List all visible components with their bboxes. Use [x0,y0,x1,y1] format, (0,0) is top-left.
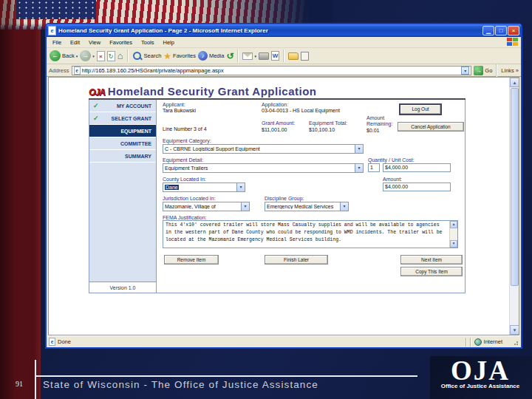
remove-item-button[interactable]: Remove Item [164,255,219,265]
hsga-app: OJA Homeland Security Grant Application … [89,85,466,293]
menu-help[interactable]: Help [159,39,179,46]
menu-file[interactable]: File [48,39,66,46]
mail-button[interactable]: ▾ [242,52,256,60]
log-out-button[interactable]: Log Out [399,103,442,115]
nav-item-equipment[interactable]: EQUIPMENT [89,125,156,137]
back-label: Back [62,52,75,59]
chevron-down-icon[interactable]: ▾ [355,145,363,153]
check-icon: ✓ [93,100,99,112]
page-content: OJA Homeland Security Grant Application … [48,77,519,335]
quantity-input[interactable]: 1 [368,163,380,172]
nav-item-committee[interactable]: COMMITTEE [89,137,156,150]
amount-remaining-label-2: Remaining: [366,121,392,126]
go-button[interactable]: → Go [474,66,492,75]
edit-with-word-icon[interactable]: W [271,51,279,61]
windows-logo-icon [507,38,519,47]
go-label: Go [485,67,492,74]
messenger-folder-icon[interactable] [288,52,299,60]
applicant-label: Applicant: [163,102,185,107]
favorites-star-icon: ★ [163,51,171,61]
menu-edit[interactable]: Edit [66,39,84,46]
equipment-detail-label: Equipment Detail: [163,157,203,163]
oja-logo: OJA Office of Justice Assistance [432,358,529,389]
nav-label: MY ACCOUNT [117,103,151,109]
slide-left-strip [0,0,41,399]
status-pane-separator [466,338,467,347]
nav-item-summary[interactable]: SUMMARY [89,150,156,163]
history-icon[interactable]: ↺ [226,51,233,61]
equipment-detail-select[interactable]: Equipment Trailers ▾ [163,163,364,173]
media-button[interactable]: ♪ Media [198,51,224,61]
search-button[interactable]: Search [132,51,162,61]
fema-justification-textarea[interactable]: This 4'x10' covered trailer will store M… [163,220,458,248]
cancel-application-button[interactable]: Cancel Application [398,122,464,132]
favorites-button[interactable]: ★ Favorites [163,51,196,61]
search-icon [132,51,143,61]
window-title: Homeland Security Grant Application - Pa… [58,27,482,34]
chevron-down-icon[interactable]: ▾ [241,202,249,211]
county-label: County Located In: [163,177,206,182]
nav-item-select-grant[interactable]: ✓ SELECT GRANT [89,112,156,125]
application-value: 03-04-0013 - HS Local Equipment [262,108,340,113]
back-button[interactable]: ← Back ▾ [50,50,78,61]
menu-view[interactable]: View [84,39,105,46]
status-zone-label: Internet [484,338,502,345]
links-button[interactable]: Links » [501,67,519,74]
app-nav: ✓ MY ACCOUNT ✓ SELECT GRANT EQUIPMENT CO… [89,100,156,293]
jurisdiction-select[interactable]: Mazomanie, Village of ▾ [163,202,250,211]
close-button[interactable]: × [508,26,519,35]
refresh-icon[interactable]: ↻ [107,51,115,61]
footer-text: State of Wisconsin - The Office of Justi… [43,379,318,390]
scroll-down-icon[interactable]: ▼ [510,325,519,335]
jurisdiction-value: Mazomanie, Village of [163,204,241,209]
quantity-unit-cost-label: Quantity / Unit Cost: [368,157,415,163]
next-item-button[interactable]: Next Item [400,255,463,265]
amount-input[interactable]: $4,000.00 [383,183,451,191]
app-title: Homeland Security Grant Application [108,85,317,98]
mail-dropdown-icon[interactable]: ▾ [254,54,256,58]
status-text: Done [58,338,71,345]
address-bar: Address e http://165.189.160.25/HSGrant/… [47,64,521,77]
nav-spacer [89,163,156,282]
stop-icon[interactable]: × [97,51,105,61]
textarea-scrollbar[interactable]: ▲ ▼ [449,221,457,248]
scroll-up-icon[interactable]: ▲ [510,78,519,87]
ie-page-icon: e [48,26,56,35]
chevron-down-icon[interactable]: ▾ [340,202,348,211]
scroll-up-icon[interactable]: ▲ [450,221,457,228]
discipline-select[interactable]: Emergency Medical Services ▾ [265,202,349,211]
page-scrollbar[interactable]: ▲ ▼ [509,78,519,335]
chevron-down-icon[interactable]: ▾ [236,183,245,191]
minimize-button[interactable]: ▁ [482,26,494,35]
go-arrow-icon: → [474,66,483,75]
forward-dropdown-icon[interactable]: ▾ [92,54,95,58]
status-bar: e Done Internet [47,335,521,347]
unit-cost-input[interactable]: $4,000.00 [383,163,451,172]
scroll-down-icon[interactable]: ▼ [450,240,457,248]
copy-this-item-button[interactable]: Copy This Item [400,267,463,276]
window-titlebar[interactable]: e Homeland Security Grant Application - … [47,24,521,37]
equipment-category-select[interactable]: C - CBRNE Logistical Support Equipment ▾ [163,144,364,154]
amount-remaining-label-1: Amount [366,115,384,120]
back-dropdown-icon[interactable]: ▾ [76,54,78,58]
address-input[interactable]: e http://165.189.160.25/HSGrant/private/… [72,66,472,75]
county-selected-text: Dane [165,185,179,190]
resize-grip[interactable] [511,338,519,346]
county-select[interactable]: Dane ▾ [163,183,245,192]
menu-favorites[interactable]: Favorites [105,39,137,46]
print-icon[interactable] [259,52,269,60]
toolbar-extra-icon[interactable] [301,52,309,61]
forward-button[interactable]: → ▾ [80,50,95,61]
maximize-button[interactable]: □ [495,26,507,35]
county-value: Dane [163,185,236,190]
nav-label: EQUIPMENT [120,129,151,134]
address-dropdown-icon[interactable]: ▾ [461,66,469,75]
home-icon[interactable]: ⌂ [117,51,123,61]
finish-later-button[interactable]: Finish Later [265,255,328,265]
nav-label: SUMMARY [125,154,151,159]
scrollbar-thumb[interactable] [511,88,519,286]
chevron-down-icon[interactable]: ▾ [355,164,363,172]
menu-tools[interactable]: Tools [137,39,159,46]
nav-item-my-account[interactable]: ✓ MY ACCOUNT [89,100,156,112]
url-text: http://165.189.160.25/HSGrant/private/ap… [82,67,460,74]
